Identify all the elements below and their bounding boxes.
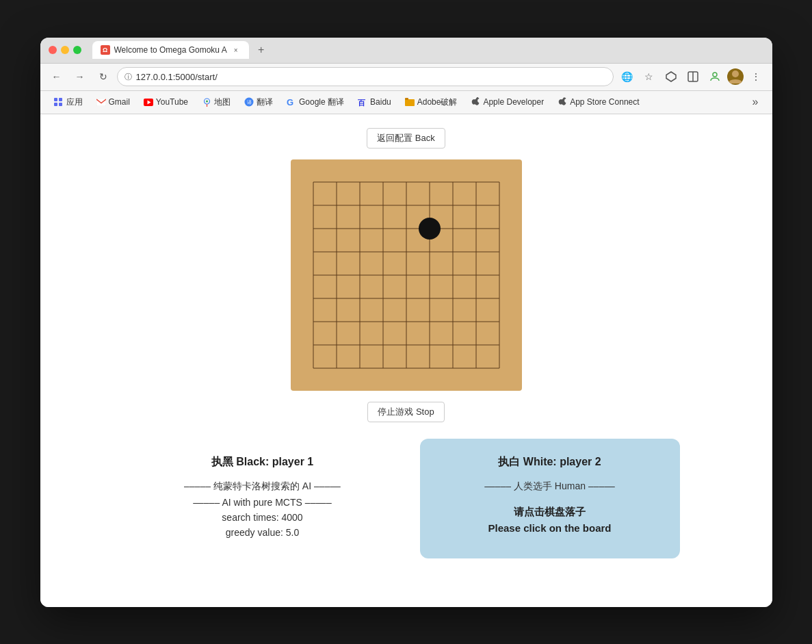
stop-game-button[interactable]: 停止游戏 Stop [367, 402, 444, 422]
forward-button[interactable]: → [70, 67, 90, 86]
svg-point-4 [732, 70, 739, 77]
svg-rect-9 [96, 99, 106, 106]
user-avatar[interactable] [727, 68, 744, 85]
svg-rect-8 [59, 103, 62, 106]
tab-close-button[interactable]: × [231, 45, 241, 55]
new-tab-button[interactable]: + [252, 40, 271, 60]
apple-dev-label: Apple Developer [483, 97, 544, 107]
maps-icon [202, 97, 211, 107]
bookmark-youtube[interactable]: YouTube [138, 94, 194, 110]
appstore-icon [558, 97, 567, 107]
bookmark-appstore[interactable]: App Store Connect [552, 94, 644, 110]
bookmark-google-translate[interactable]: G Google 翻译 [281, 94, 350, 111]
svg-text:译: 译 [247, 100, 252, 105]
translate-icon[interactable]: 🌐 [618, 67, 637, 86]
player2-line1: ––––– 人类选手 Human ––––– [434, 480, 666, 493]
maximize-button[interactable] [73, 46, 81, 54]
svg-rect-7 [54, 103, 57, 106]
player2-title: 执白 White: player 2 [434, 455, 666, 469]
player2-prompt: 请点击棋盘落子 Please click on the board [434, 504, 666, 537]
extension1-icon[interactable] [662, 67, 681, 86]
close-button[interactable] [49, 46, 57, 54]
reload-button[interactable]: ↻ [94, 67, 113, 86]
adobe-icon [405, 97, 415, 107]
google-translate-icon: G [287, 97, 296, 107]
lock-icon: ⓘ [125, 72, 132, 82]
svg-point-22 [477, 97, 478, 99]
back-config-button[interactable]: 返回配置 Back [367, 128, 445, 149]
game-board-svg[interactable] [302, 170, 511, 380]
translate-cn-icon: 译 [244, 97, 254, 107]
google-translate-label: Google 翻译 [299, 96, 344, 108]
title-bar: Ω Welcome to Omega Gomoku A × + [40, 38, 772, 64]
extension2-icon[interactable] [683, 67, 703, 86]
player1-line2: ––––– AI with pure MCTS ––––– [146, 497, 379, 508]
youtube-icon [144, 97, 153, 107]
players-section: 执黑 Black: player 1 ––––– 纯蒙特卡洛树搜索的 AI ––… [40, 439, 772, 558]
tab-favicon: Ω [101, 45, 110, 55]
baidu-label: Baidu [370, 97, 391, 107]
bookmarks-bar: 应用 Gmail YouTube 地图 译 翻译 [40, 91, 772, 114]
bookmark-apps[interactable]: 应用 [49, 94, 88, 111]
svg-rect-21 [405, 98, 408, 100]
appstore-label: App Store Connect [570, 97, 639, 107]
player1-line1: ––––– 纯蒙特卡洛树搜索的 AI ––––– [146, 480, 379, 493]
bookmark-translate-cn[interactable]: 译 翻译 [239, 94, 278, 111]
address-text: 127.0.0.1:5000/start/ [136, 72, 606, 82]
player2-card: 执白 White: player 2 ––––– 人类选手 Human ––––… [420, 439, 680, 558]
apps-label: 应用 [66, 96, 83, 108]
youtube-label: YouTube [156, 97, 188, 107]
player1-title: 执黑 Black: player 1 [146, 455, 379, 469]
svg-rect-5 [54, 98, 57, 101]
browser-window: Ω Welcome to Omega Gomoku A × + ← → ↻ ⓘ … [40, 38, 772, 607]
minimize-button[interactable] [61, 46, 69, 54]
player1-line3: search times: 4000 [146, 512, 379, 523]
bookmark-baidu[interactable]: 百 Baidu [352, 94, 397, 110]
game-board-container[interactable] [291, 159, 522, 391]
svg-rect-6 [59, 98, 62, 101]
gmail-icon [96, 97, 106, 107]
profile-extension-icon[interactable] [705, 67, 724, 86]
svg-point-3 [713, 73, 717, 77]
adobe-label: Adobe破解 [417, 96, 458, 108]
nav-bar: ← → ↻ ⓘ 127.0.0.1:5000/start/ 🌐 ☆ ⋮ [40, 64, 772, 91]
bookmark-gmail[interactable]: Gmail [91, 94, 135, 110]
back-button[interactable]: ← [47, 67, 66, 86]
bookmarks-more-button[interactable]: » [747, 93, 764, 111]
translate-cn-label: 翻译 [257, 96, 273, 108]
baidu-icon: 百 [358, 97, 367, 107]
bookmark-apple-dev[interactable]: Apple Developer [465, 94, 549, 110]
traffic-lights [49, 46, 81, 54]
player1-card: 执黑 Black: player 1 ––––– 纯蒙特卡洛树搜索的 AI ––… [133, 439, 393, 558]
nav-actions: 🌐 ☆ ⋮ [618, 67, 765, 86]
gmail-label: Gmail [109, 97, 130, 107]
address-bar[interactable]: ⓘ 127.0.0.1:5000/start/ [117, 67, 614, 86]
svg-point-13 [206, 100, 208, 102]
tab-title: Welcome to Omega Gomoku A [114, 45, 227, 55]
apps-icon [54, 97, 64, 107]
page-content: 返回配置 Back [40, 114, 772, 607]
svg-marker-0 [666, 72, 676, 81]
player2-prompt1: 请点击棋盘落子 [514, 506, 586, 517]
active-tab[interactable]: Ω Welcome to Omega Gomoku A × [92, 41, 249, 59]
bookmark-star-icon[interactable]: ☆ [640, 67, 659, 86]
svg-text:百: 百 [358, 99, 366, 107]
maps-label: 地图 [214, 96, 231, 108]
bookmark-maps[interactable]: 地图 [196, 94, 236, 111]
player1-line4: greedy value: 5.0 [146, 527, 379, 538]
tab-area: Ω Welcome to Omega Gomoku A × + [92, 40, 764, 60]
apple-dev-icon [471, 97, 480, 107]
bookmark-adobe[interactable]: Adobe破解 [400, 94, 463, 111]
svg-text:G: G [287, 97, 293, 107]
black-stone [419, 218, 441, 240]
more-options-icon[interactable]: ⋮ [746, 67, 765, 86]
player2-prompt2: Please click on the board [488, 522, 611, 534]
